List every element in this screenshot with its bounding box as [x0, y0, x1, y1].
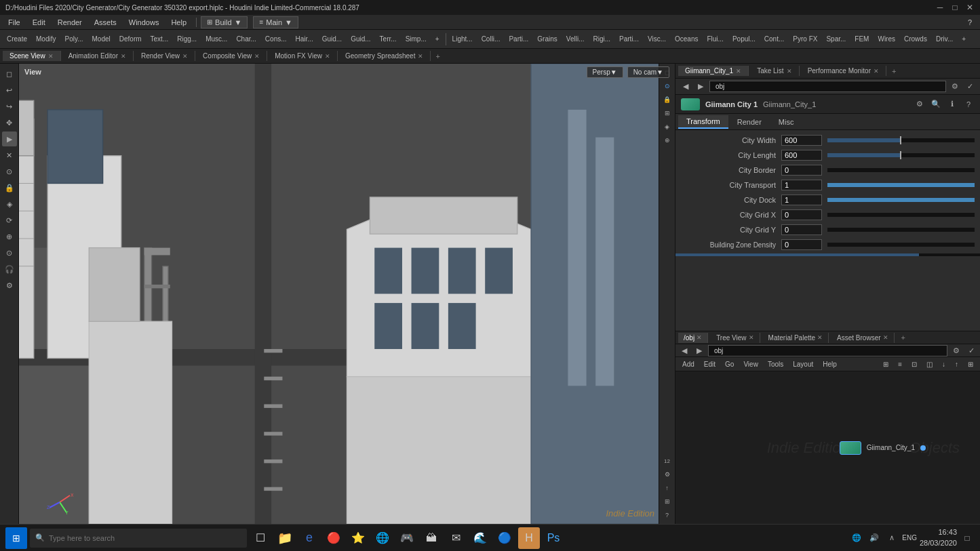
vr-vis[interactable]: ◈: [661, 121, 673, 133]
net-nav-fwd[interactable]: ▶: [693, 344, 705, 356]
close-btn[interactable]: ✕: [965, 3, 975, 12]
start-btn[interactable]: ⊞: [5, 527, 27, 549]
taskbar-houdini[interactable]: H: [518, 527, 540, 549]
vr-help[interactable]: ?: [661, 509, 673, 521]
vr-snap[interactable]: ⊕: [661, 134, 673, 146]
prop-slider-lenght[interactable]: [827, 153, 975, 157]
props-help[interactable]: ?: [962, 98, 975, 110]
prop-value-lenght[interactable]: [781, 150, 822, 161]
nav-fwd[interactable]: ▶: [694, 81, 707, 93]
node-giimann[interactable]: Giimann_City_1: [840, 441, 926, 455]
taskbar-search-box[interactable]: 🔍: [30, 529, 247, 548]
menu-file[interactable]: File: [3, 17, 26, 28]
tool-rigi[interactable]: Rigi...: [589, 34, 614, 44]
prop-slider-dock[interactable]: [827, 198, 975, 202]
tool-guid1[interactable]: Guid...: [318, 34, 346, 44]
tool-text[interactable]: Text...: [146, 34, 173, 44]
vr-grid[interactable]: ⊞: [661, 107, 673, 119]
tab-perfmon-close[interactable]: ✕: [874, 68, 879, 75]
menu-render[interactable]: Render: [52, 17, 87, 28]
lt-undo[interactable]: ↩: [2, 83, 17, 98]
menu-edit[interactable]: Edit: [27, 17, 51, 28]
lt-obj[interactable]: ⊙: [2, 245, 17, 260]
tab-anim-close[interactable]: ✕: [121, 53, 126, 60]
lt-arrow[interactable]: ▶: [2, 131, 17, 146]
help-btn[interactable]: ?: [962, 17, 977, 28]
tab-motion-close[interactable]: ✕: [325, 53, 330, 60]
lt-snap[interactable]: ◈: [2, 197, 17, 211]
lt-select[interactable]: ◻: [2, 66, 17, 81]
tool-visc[interactable]: Visc...: [644, 34, 670, 44]
taskbar-clock[interactable]: 16:43 28/03/2020: [920, 527, 957, 548]
tool-crowds[interactable]: Crowds: [900, 34, 931, 44]
tab-mat-close[interactable]: ✕: [817, 334, 823, 341]
menu-help[interactable]: Help: [165, 17, 192, 28]
net-btn-3[interactable]: ⊡: [907, 359, 921, 369]
tool-guid2[interactable]: Guid...: [347, 34, 374, 44]
tab-take-list[interactable]: Take List ✕: [750, 66, 799, 76]
menu-assets[interactable]: Assets: [89, 17, 122, 28]
lt-move[interactable]: ✥: [2, 115, 17, 130]
tab-takelist-close[interactable]: ✕: [787, 68, 792, 75]
tab-render-close[interactable]: ✕: [182, 53, 188, 60]
tool-oceans[interactable]: Oceans: [671, 34, 702, 44]
tab-composite-close[interactable]: ✕: [254, 53, 260, 60]
tool-cons[interactable]: Cons...: [261, 34, 291, 44]
net-go[interactable]: Go: [721, 359, 738, 369]
tool-modify[interactable]: Modify: [32, 34, 60, 44]
tab-render[interactable]: Render View ✕: [134, 51, 195, 61]
net-btn-1[interactable]: ⊞: [879, 359, 893, 369]
taskbar-explorer[interactable]: 📁: [274, 527, 296, 549]
taskbar-edge[interactable]: e: [298, 527, 320, 549]
search-input[interactable]: [49, 534, 241, 542]
tab-misc[interactable]: Misc: [770, 116, 802, 128]
lt-audio[interactable]: 🎧: [2, 262, 17, 277]
viewport[interactable]: View Persp▼ No cam▼: [19, 64, 675, 524]
net-tab-add[interactable]: +: [897, 332, 909, 343]
net-btn-6[interactable]: ↑: [951, 359, 962, 369]
prop-slider-width[interactable]: [827, 138, 975, 142]
tab-asset-close[interactable]: ✕: [883, 334, 888, 341]
nav-settings[interactable]: ⚙: [949, 81, 961, 93]
prop-value-transport[interactable]: [781, 180, 822, 190]
tool-create[interactable]: Create: [3, 34, 31, 44]
tab-giimann-close[interactable]: ✕: [736, 68, 741, 75]
net-btn-4[interactable]: ◫: [922, 359, 937, 369]
build-dropdown[interactable]: ⊞ Build ▼: [201, 16, 248, 28]
tool-colli[interactable]: Colli...: [477, 34, 505, 44]
prop-slider-border[interactable]: [827, 168, 975, 172]
taskbar-photos[interactable]: 🏔: [420, 527, 442, 549]
net-nav-back[interactable]: ◀: [678, 344, 690, 356]
vr-expand[interactable]: ⊞: [661, 495, 673, 508]
vr-cam[interactable]: ⊙: [661, 80, 673, 92]
prop-value-dock[interactable]: [781, 195, 822, 205]
tab-animation[interactable]: Animation Editor ✕: [62, 51, 134, 61]
net-btn-7[interactable]: ⊞: [964, 359, 977, 369]
tab-obj[interactable]: /obj ✕: [678, 333, 708, 343]
tool-wires[interactable]: Wires: [874, 34, 899, 44]
taskbar-steam[interactable]: 🎮: [396, 527, 418, 549]
tool-poly[interactable]: Poly...: [60, 34, 87, 44]
net-obj-path[interactable]: obj: [708, 345, 947, 356]
tab-tree-close[interactable]: ✕: [749, 334, 754, 341]
vr-settings[interactable]: ⚙: [661, 468, 673, 481]
props-info[interactable]: ℹ: [946, 98, 958, 110]
prop-slider-grid-x[interactable]: [827, 213, 975, 217]
net-layout[interactable]: Layout: [789, 359, 817, 369]
taskbar-chrome[interactable]: 🌐: [372, 527, 393, 549]
prop-value-grid-x[interactable]: [781, 209, 822, 220]
taskbar-network[interactable]: 🌐: [849, 531, 864, 546]
main-dropdown[interactable]: ≡ Main ▼: [253, 16, 298, 28]
tab-render-props[interactable]: Render: [729, 116, 770, 128]
tool-parti2[interactable]: Parti...: [615, 34, 643, 44]
tool-velli[interactable]: Velli...: [562, 34, 589, 44]
persp-btn[interactable]: Persp▼: [587, 66, 623, 78]
tool-spar[interactable]: Spar...: [822, 34, 850, 44]
taskbar-edge2[interactable]: 🌊: [469, 527, 491, 549]
prop-slider-transport[interactable]: [827, 183, 975, 187]
notification-btn[interactable]: □: [960, 531, 975, 546]
taskbar-pinned-2[interactable]: ⭐: [347, 527, 369, 549]
vr-pin[interactable]: ↑: [661, 482, 673, 494]
tool-add1[interactable]: +: [431, 34, 444, 44]
lt-circle[interactable]: ⊙: [2, 164, 17, 179]
